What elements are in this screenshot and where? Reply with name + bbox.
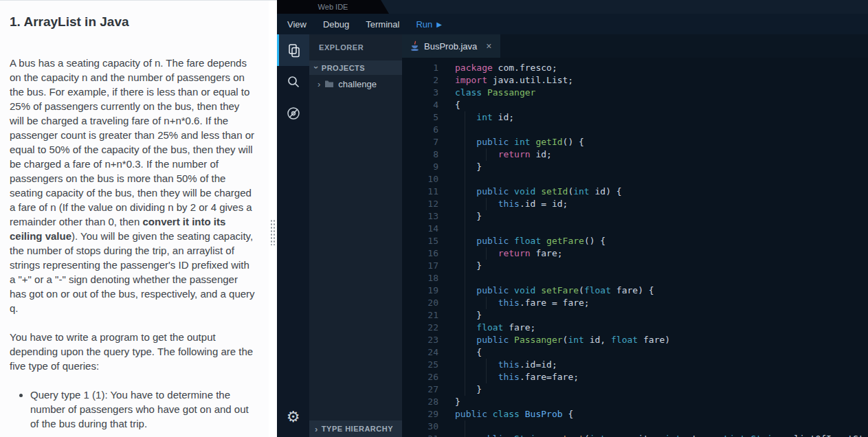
code-line: 1package com.fresco; <box>402 62 868 74</box>
search-activity-button[interactable] <box>277 66 309 98</box>
files-activity-button[interactable] <box>277 34 309 66</box>
menu-terminal[interactable]: Terminal <box>366 19 399 30</box>
indent-guide <box>465 223 465 235</box>
problem-title: 1. ArrayList in Java <box>10 14 256 30</box>
projects-section[interactable]: › PROJECTS <box>309 60 402 75</box>
app-root: 1. ArrayList in Java A bus has a seating… <box>0 0 868 437</box>
line-number: 9 <box>402 161 438 173</box>
line-number: 29 <box>402 408 438 421</box>
code-line: 7 public int getId() { <box>402 136 868 148</box>
code-text <box>438 173 868 186</box>
indent-guide <box>465 383 465 396</box>
indent-guide <box>465 433 465 437</box>
line-number: 27 <box>402 383 438 396</box>
code-text <box>438 272 868 284</box>
code-text: { <box>438 99 868 111</box>
code-editor[interactable]: 1package com.fresco;2import java.util.Li… <box>402 58 868 437</box>
code-text: float fare; <box>438 322 868 334</box>
code-line: 11 public void setId(int id) { <box>402 186 868 198</box>
code-text: } <box>438 396 868 408</box>
indent-guide <box>486 198 487 210</box>
tree-item-challenge[interactable]: › challenge <box>309 76 402 91</box>
menu-view[interactable]: View <box>287 19 307 30</box>
code-line: 14 <box>402 223 868 235</box>
line-number: 10 <box>402 173 438 186</box>
settings-button[interactable]: ⚙ <box>277 401 309 433</box>
type-hierarchy-section[interactable]: › TYPE HIERARCHY <box>309 421 402 437</box>
code-text: this.fare=fare; <box>438 371 868 383</box>
code-text: public Passanger(int id, float fare) <box>438 334 868 346</box>
code-text: } <box>438 260 868 272</box>
code-line: 2import java.util.List; <box>402 74 868 87</box>
files-icon <box>287 43 301 58</box>
line-number: 21 <box>402 309 438 322</box>
code-line: 5 int id; <box>402 111 868 124</box>
code-text: public String output(int capacity, int s… <box>438 433 868 437</box>
line-number: 16 <box>402 247 438 260</box>
indent-guide <box>465 297 465 309</box>
code-text <box>438 223 868 235</box>
web-ide-tab-label: Web IDE <box>318 3 348 11</box>
indent-guide <box>465 272 465 284</box>
indent-guide <box>465 322 465 334</box>
explorer-header: EXPLORER <box>309 34 402 52</box>
editor-tab-bar: BusProb.java × <box>402 34 868 58</box>
description-text-after: ). You will be given the seating capacit… <box>10 230 255 314</box>
line-number: 13 <box>402 210 438 223</box>
code-line: 3class Passanger <box>402 87 868 99</box>
line-number: 30 <box>402 421 438 433</box>
ide-body: ⚙ EXPLORER › PROJECTS › challenge <box>277 34 868 437</box>
code-text: } <box>438 383 868 396</box>
menu-run[interactable]: Run ▶ <box>416 19 442 30</box>
code-line: 8 return id; <box>402 148 868 161</box>
debug-disabled-button[interactable] <box>277 98 309 129</box>
ide-panel: Web IDE View Debug Terminal Run ▶ <box>277 0 868 437</box>
code-text: public class BusProb { <box>438 408 868 421</box>
line-number: 3 <box>402 87 438 99</box>
indent-guide <box>465 235 465 247</box>
indent-guide <box>465 111 465 124</box>
code-line: 6 <box>402 124 868 136</box>
indent-guide <box>486 148 487 161</box>
debug-off-icon <box>286 106 301 121</box>
chevron-down-icon: › <box>312 66 321 69</box>
code-text: this.fare = fare; <box>438 297 868 309</box>
code-line: 16 return fare; <box>402 247 868 260</box>
play-icon: ▶ <box>436 21 442 28</box>
line-number: 19 <box>402 284 438 297</box>
query-list: Query type 1 (1): You have to determine … <box>10 388 256 431</box>
indent-guide <box>465 173 465 186</box>
code-text: public void setId(int id) { <box>438 186 868 198</box>
indent-guide <box>465 309 465 322</box>
indent-guide <box>465 359 465 371</box>
code-line: 13 } <box>402 210 868 223</box>
line-number: 2 <box>402 74 438 87</box>
indent-guide <box>465 161 465 173</box>
menu-debug[interactable]: Debug <box>323 19 349 30</box>
panel-splitter[interactable] <box>269 0 277 437</box>
line-number: 5 <box>402 111 438 124</box>
projects-label: PROJECTS <box>322 64 365 72</box>
indent-guide <box>465 247 465 260</box>
tab-busprob-java[interactable]: BusProb.java × <box>402 34 500 58</box>
code-line: 25 this.id=id; <box>402 359 868 371</box>
code-lines: 1package com.fresco;2import java.util.Li… <box>402 62 868 437</box>
web-ide-tab[interactable]: Web IDE <box>277 0 389 14</box>
indent-guide <box>486 359 487 371</box>
code-text: public void setFare(float fare) { <box>438 284 868 297</box>
code-text: import java.util.List; <box>438 74 868 87</box>
close-tab-icon[interactable]: × <box>486 41 491 52</box>
line-number: 17 <box>402 260 438 272</box>
code-line: 29public class BusProb { <box>402 408 868 421</box>
code-line: 19 public void setFare(float fare) { <box>402 284 868 297</box>
code-line: 30 <box>402 421 868 433</box>
line-number: 25 <box>402 359 438 371</box>
explorer-sidebar: EXPLORER › PROJECTS › challenge › TYPE H… <box>309 34 402 437</box>
search-icon <box>287 75 300 89</box>
code-line: 31 public String output(int capacity, in… <box>402 433 868 437</box>
line-number: 6 <box>402 124 438 136</box>
problem-panel: 1. ArrayList in Java A bus has a seating… <box>0 0 269 437</box>
activity-bar: ⚙ <box>277 34 309 437</box>
code-text <box>438 124 868 136</box>
splitter-grip-icon[interactable] <box>270 219 276 245</box>
